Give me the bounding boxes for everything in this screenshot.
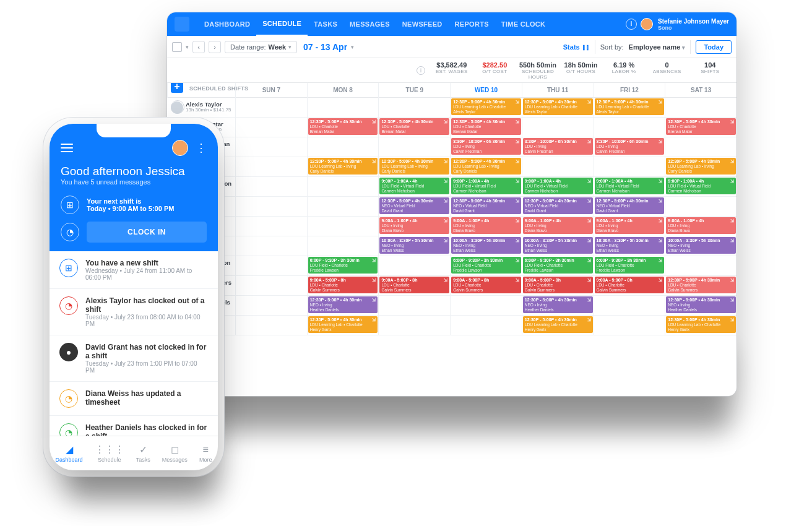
shift-card[interactable]: 6:00P - 9:30P • 3h 30min ⇲ LDU Field • C… (451, 257, 521, 274)
day-cell[interactable]: 10:00A - 3:30P • 5h 30min ⇲ NEO • Irving… (665, 236, 736, 256)
day-cell[interactable] (450, 296, 522, 315)
shift-card[interactable]: 9:00P - 1:00A • 4h ⇲ LDU Field • Virtual… (379, 178, 449, 194)
nav-newsfeed[interactable]: NEWSFEED (396, 12, 449, 36)
shift-card[interactable]: 9:00P - 1:00A • 4h ⇲ LDU Field • Virtual… (666, 178, 736, 194)
day-cell[interactable] (665, 256, 736, 275)
day-cell[interactable] (665, 137, 736, 157)
day-cell[interactable] (378, 256, 450, 275)
nav-time-clock[interactable]: TIME CLOCK (495, 12, 551, 36)
tab-tasks[interactable]: ✓Tasks (136, 444, 150, 463)
shift-card[interactable]: 12:30P - 5:00P • 4h 30min ⇲ LDU • Charlo… (451, 118, 521, 135)
shift-card[interactable]: 12:30P - 5:00P • 4h 30min ⇲ NEO • Virtua… (379, 197, 449, 214)
shift-card[interactable]: 12:30P - 5:00P • 4h 30min ⇲ NEO • Irving… (308, 296, 378, 313)
day-cell[interactable]: 9:00A - 1:00P • 4h ⇲ LDU • IrvingDiana B… (522, 217, 594, 236)
shift-card[interactable]: 9:00P - 1:00A • 4h ⇲ LDU Field • Virtual… (595, 178, 665, 194)
tab-schedule[interactable]: ⋮⋮⋮Schedule (95, 444, 124, 463)
day-cell[interactable] (235, 276, 307, 295)
day-cell[interactable]: 10:00A - 3:30P • 5h 30min ⇲ NEO • Irving… (450, 236, 522, 256)
menu-icon[interactable] (61, 144, 73, 152)
day-cell[interactable] (594, 316, 665, 335)
shift-card[interactable]: 12:30P - 5:00P • 4h 30min ⇲ LDU Learning… (308, 158, 378, 175)
shift-card[interactable]: 12:30P - 5:00P • 4h 30min ⇲ LDU Learning… (523, 316, 593, 333)
day-cell[interactable]: 10:00A - 3:30P • 5h 30min ⇲ NEO • Irving… (378, 236, 450, 256)
shift-card[interactable]: 10:00A - 3:30P • 5h 30min ⇲ NEO • Irving… (666, 237, 736, 254)
shift-card[interactable]: 12:30P - 5:00P • 4h 30min ⇲ LDU • Charlo… (666, 277, 736, 293)
shift-card[interactable]: 10:00A - 3:30P • 5h 30min ⇲ NEO • Irving… (379, 237, 449, 254)
shift-card[interactable]: 12:30P - 5:00P • 4h 30min ⇲ LDU Learning… (451, 158, 521, 175)
day-cell[interactable]: 12:30P - 5:00P • 4h 30min ⇲ LDU Learning… (522, 316, 594, 335)
day-cell[interactable]: 9:00A - 5:00P • 8h ⇲ LDU • CharlotteGalv… (594, 276, 665, 295)
shift-card[interactable]: 6:00P - 9:30P • 3h 30min ⇲ LDU Field • C… (595, 257, 665, 274)
day-cell[interactable] (594, 118, 665, 137)
day-cell[interactable]: 9:00A - 5:00P • 8h ⇲ LDU • CharlotteGalv… (307, 276, 379, 295)
shift-card[interactable]: 12:30P - 5:00P • 4h 30min ⇲ LDU Learning… (451, 98, 521, 115)
sort-select[interactable]: Employee name ▾ (629, 43, 686, 51)
day-cell[interactable] (235, 296, 307, 315)
day-cell[interactable] (307, 98, 379, 117)
feed-item[interactable]: ⊞ You have a new shiftWednesday • July 2… (50, 251, 218, 289)
day-cell[interactable]: 6:00P - 9:30P • 3h 30min ⇲ LDU Field • C… (594, 256, 665, 275)
nav-tasks[interactable]: TASKS (308, 12, 343, 36)
day-cell[interactable]: 12:30P - 5:00P • 4h 30min ⇲ LDU Learning… (378, 157, 450, 176)
shift-card[interactable]: 9:00A - 5:00P • 8h ⇲ LDU • CharlotteGalv… (308, 277, 378, 293)
clock-in-button[interactable]: CLOCK IN (87, 222, 207, 243)
shift-card[interactable]: 12:30P - 5:00P • 4h 30min ⇲ NEO • Virtua… (523, 197, 593, 214)
day-cell[interactable]: 12:30P - 5:00P • 4h 30min ⇲ LDU Learning… (522, 98, 594, 117)
day-cell[interactable] (378, 316, 450, 335)
nav-dashboard[interactable]: DASHBOARD (198, 12, 256, 36)
shift-card[interactable]: 9:00A - 1:00P • 4h ⇲ LDU • IrvingDiana B… (666, 217, 736, 234)
day-cell[interactable] (235, 177, 307, 196)
day-cell[interactable] (594, 296, 665, 315)
tab-messages[interactable]: ◻Messages (162, 444, 188, 463)
day-cell[interactable]: 12:30P - 5:00P • 4h 30min ⇲ NEO • Irving… (522, 296, 594, 315)
day-cell[interactable] (235, 316, 307, 335)
day-cell[interactable] (665, 197, 736, 216)
stats-button[interactable]: Stats ⫿⫿ (563, 43, 590, 51)
day-cell[interactable]: 12:30P - 5:00P • 4h 30min ⇲ NEO • Virtua… (522, 197, 594, 216)
shift-card[interactable]: 12:30P - 5:00P • 4h 30min ⇲ LDU Learning… (379, 158, 449, 175)
day-cell[interactable]: 12:30P - 5:00P • 4h 30min ⇲ LDU • Charlo… (665, 118, 736, 137)
day-cell[interactable] (235, 236, 307, 256)
add-shift-button[interactable]: + (171, 83, 183, 93)
day-cell[interactable] (522, 157, 594, 176)
day-cell[interactable] (307, 197, 379, 216)
day-cell[interactable]: 3:30P - 10:00P • 6h 30min ⇲ LDU • Irving… (594, 137, 665, 157)
shift-card[interactable]: 10:00A - 3:30P • 5h 30min ⇲ NEO • Irving… (451, 237, 521, 254)
day-cell[interactable]: 12:30P - 5:00P • 4h 30min ⇲ LDU Learning… (307, 316, 379, 335)
shift-card[interactable]: 12:30P - 5:00P • 4h 30min ⇲ NEO • Virtua… (595, 197, 665, 214)
shift-card[interactable]: 9:00A - 5:00P • 8h ⇲ LDU • CharlotteGalv… (379, 277, 449, 293)
feed-item[interactable]: ◔ Heather Daniels has clocked in for a s… (50, 416, 218, 436)
day-cell[interactable] (450, 316, 522, 335)
day-cell[interactable]: 9:00A - 5:00P • 8h ⇲ LDU • CharlotteGalv… (522, 276, 594, 295)
day-cell[interactable]: 12:30P - 5:00P • 4h 30min ⇲ NEO • Virtua… (378, 197, 450, 216)
shift-card[interactable]: 12:30P - 5:00P • 4h 30min ⇲ LDU • Charlo… (379, 118, 449, 135)
day-cell[interactable]: 9:00A - 5:00P • 8h ⇲ LDU • CharlotteGalv… (450, 276, 522, 295)
shift-card[interactable]: 3:30P - 10:00P • 6h 30min ⇲ LDU • Irving… (523, 138, 593, 155)
day-cell[interactable] (594, 157, 665, 176)
day-cell[interactable]: 12:30P - 5:00P • 4h 30min ⇲ LDU Learning… (307, 157, 379, 176)
tab-dashboard[interactable]: ◢Dashboard (56, 444, 83, 463)
day-cell[interactable]: 3:30P - 10:00P • 6h 30min ⇲ LDU • Irving… (522, 137, 594, 157)
day-cell[interactable]: 12:30P - 5:00P • 4h 30min ⇲ LDU • Charlo… (450, 118, 522, 137)
day-cell[interactable] (235, 256, 307, 275)
day-cell[interactable]: 9:00A - 1:00P • 4h ⇲ LDU • IrvingDiana B… (594, 217, 665, 236)
day-cell[interactable]: 9:00P - 1:00A • 4h ⇲ LDU Field • Virtual… (665, 177, 736, 196)
day-cell[interactable]: 10:00A - 3:30P • 5h 30min ⇲ NEO • Irving… (594, 236, 665, 256)
day-cell[interactable]: 9:00A - 5:00P • 8h ⇲ LDU • CharlotteGalv… (378, 276, 450, 295)
day-cell[interactable] (307, 217, 379, 236)
shift-card[interactable]: 12:30P - 5:00P • 4h 30min ⇲ LDU Learning… (666, 158, 736, 175)
day-cell[interactable]: 12:30P - 5:00P • 4h 30min ⇲ LDU • Charlo… (378, 118, 450, 137)
date-range-select[interactable]: Date range: Week ▾ (225, 41, 297, 53)
day-cell[interactable]: 9:00A - 1:00P • 4h ⇲ LDU • IrvingDiana B… (665, 217, 736, 236)
shift-card[interactable]: 9:00P - 1:00A • 4h ⇲ LDU Field • Virtual… (523, 178, 593, 194)
shift-card[interactable]: 3:30P - 10:00P • 6h 30min ⇲ LDU • Irving… (451, 138, 521, 155)
feed-item[interactable]: ◔ Alexis Taylor has clocked out of a shi… (50, 289, 218, 335)
day-cell[interactable]: 12:30P - 5:00P • 4h 30min ⇲ LDU Learning… (665, 316, 736, 335)
feed-item[interactable]: ● David Grant has not clocked in for a s… (50, 335, 218, 382)
day-cell[interactable]: 12:30P - 5:00P • 4h 30min ⇲ LDU • Charlo… (665, 276, 736, 295)
day-cell[interactable] (235, 137, 307, 157)
day-cell[interactable]: 12:30P - 5:00P • 4h 30min ⇲ LDU Learning… (665, 157, 736, 176)
avatar-icon[interactable] (172, 140, 188, 156)
employee-cell[interactable]: Alexis Taylor 13h 30min • $141.75 (167, 98, 235, 117)
day-cell[interactable] (235, 98, 307, 117)
